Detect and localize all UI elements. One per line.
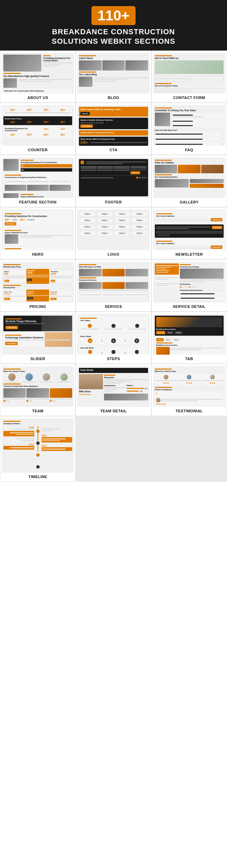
section-label-service-detail: SERVICE DETAIL xyxy=(173,304,206,309)
section-label-blog: BLOG xyxy=(108,96,119,100)
section-label-logo: LOGO xyxy=(108,252,119,256)
preview-service-detail: Architecture Design Key Features xyxy=(153,262,225,302)
preview-contact-form: Get In Touch With Us Get a Free Quote To… xyxy=(153,53,225,94)
section-label-testimonial: TESTIMONIAL xyxy=(176,409,203,413)
section-label-hero: HERO xyxy=(32,252,44,256)
section-cell-cta[interactable]: Start Career With An Amazing Team Join U… xyxy=(76,103,151,155)
preview-slider: We Build Things Differently Learn More T… xyxy=(2,314,74,355)
section-cell-pricing[interactable]: Membership Plans Basic $99 Buy Standard … xyxy=(0,259,76,312)
preview-counter: 10+ 20+ 30+ 40+ Read Some Facts 10+ 20+ … xyxy=(2,105,74,146)
section-label-gallery: GALLERY xyxy=(180,200,199,204)
header-title: BREAKDANCE CONSTRUCTION SOLUTIONS WEBKIT… xyxy=(7,27,220,46)
section-label-newsletter: NEWSLETTER xyxy=(176,252,203,256)
preview-team: Meet Our Expert Team xyxy=(2,366,74,407)
section-label-about-us: ABOUT US xyxy=(27,96,48,100)
preview-team-detail: Team Detail Mike Ross Lead Engineer Biog… xyxy=(77,366,149,407)
section-cell-tab[interactable]: Building Renovation Services About Galle… xyxy=(151,312,227,364)
preview-steps: Our Steps → → xyxy=(77,314,149,355)
section-cell-contact-form[interactable]: Get In Touch With Us Get a Free Quote To… xyxy=(151,51,227,103)
section-label-tab: TAB xyxy=(185,357,193,361)
preview-cta: Start Career With An Amazing Team Join U… xyxy=(77,105,149,146)
section-cell-timeline[interactable]: Company History 2018 xyxy=(0,416,76,482)
section-label-feature-section: FEATURE SECTION xyxy=(19,200,57,204)
section-label-pricing: PRICING xyxy=(29,304,46,309)
section-label-cta: CTA xyxy=(109,148,117,152)
section-label-team: TEAM xyxy=(32,409,43,413)
preview-blog: Latest News Our Latest Blog xyxy=(77,53,149,94)
section-cell-logo[interactable]: PIXELS PIXELS PIXELS PIXELS PIXELS PIXEL… xyxy=(76,207,151,259)
section-label-timeline: TIMELINE xyxy=(28,475,47,479)
sections-grid: Providing Solutions For Construction Our… xyxy=(0,51,227,482)
preview-logo: PIXELS PIXELS PIXELS PIXELS PIXELS PIXEL… xyxy=(77,210,149,250)
preview-pricing: Membership Plans Basic $99 Buy Standard … xyxy=(2,262,74,302)
section-cell-blog[interactable]: Latest News Our Latest Blog xyxy=(76,51,151,103)
section-cell-gallery[interactable]: View Our Gallery Our Outstanding Works xyxy=(151,155,227,207)
section-cell-service[interactable]: What We Have To Offer Featured Services xyxy=(76,259,151,312)
preview-tab: Building Renovation Services About Galle… xyxy=(153,314,225,355)
preview-feature-section: Providing Solutions For Construction 10+… xyxy=(2,157,74,198)
preview-timeline: Company History 2018 xyxy=(2,418,74,473)
preview-service: What We Have To Offer Featured Services xyxy=(77,262,149,302)
section-cell-newsletter[interactable]: Get Latest Updates Subscribe Cal xyxy=(151,207,227,259)
section-label-footer: FOOTER xyxy=(105,200,122,204)
section-cell-footer[interactable]: Subscribe xyxy=(76,155,151,207)
header: 110+ BREAKDANCE CONSTRUCTION SOLUTIONS W… xyxy=(0,0,227,51)
section-cell-faq[interactable]: Committed To Giving You True Value xyxy=(151,103,227,155)
preview-footer: Subscribe xyxy=(77,157,149,198)
section-label-faq: FAQ xyxy=(185,148,193,152)
preview-about-us: Providing Solutions For Construction Our… xyxy=(2,53,74,94)
header-number: 110+ xyxy=(91,6,136,25)
section-cell-team[interactable]: Meet Our Expert Team xyxy=(0,364,76,416)
preview-hero: Providing Solutions For Construction 30+… xyxy=(2,210,74,250)
section-cell-slider[interactable]: We Build Things Differently Learn More T… xyxy=(0,312,76,364)
section-label-steps: STEPS xyxy=(107,357,120,361)
preview-newsletter: Get Latest Updates Subscribe Cal xyxy=(153,210,225,250)
page-container: 110+ BREAKDANCE CONSTRUCTION SOLUTIONS W… xyxy=(0,0,227,482)
section-cell-feature-section[interactable]: Providing Solutions For Construction 10+… xyxy=(0,155,76,207)
section-label-service: SERVICE xyxy=(105,304,122,309)
preview-gallery: View Our Gallery Our Outstanding Works xyxy=(153,157,225,198)
preview-faq: Committed To Giving You True Value xyxy=(153,105,225,146)
section-cell-about-us[interactable]: Providing Solutions For Construction Our… xyxy=(0,51,76,103)
section-label-slider: SLIDER xyxy=(30,357,45,361)
section-cell-service-detail[interactable]: Architecture Design Key Features xyxy=(151,259,227,312)
section-cell-steps[interactable]: Our Steps → → xyxy=(76,312,151,364)
section-cell-testimonial[interactable]: What Our Client's Say ★★★ ★★★ xyxy=(151,364,227,416)
section-label-counter: COUNTER xyxy=(28,148,48,152)
section-label-team-detail: TEAM DETAIL xyxy=(100,409,127,413)
section-label-contact-form: CONTACT FORM xyxy=(173,96,205,100)
section-cell-hero[interactable]: Providing Solutions For Construction 30+… xyxy=(0,207,76,259)
preview-testimonial: What Our Client's Say ★★★ ★★★ xyxy=(153,366,225,407)
section-cell-counter[interactable]: 10+ 20+ 30+ 40+ Read Some Facts 10+ 20+ … xyxy=(0,103,76,155)
section-cell-team-detail[interactable]: Team Detail Mike Ross Lead Engineer Biog… xyxy=(76,364,151,416)
